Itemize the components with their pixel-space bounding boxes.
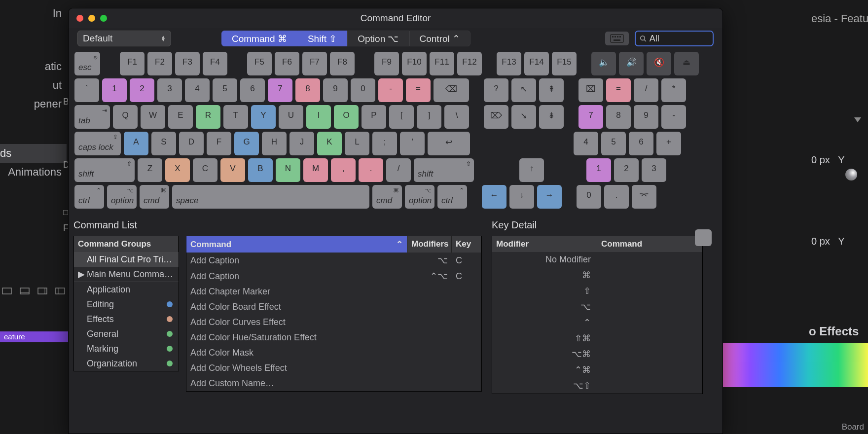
key-period[interactable]: . — [359, 158, 383, 182]
key-f10[interactable]: F10 — [402, 52, 427, 75]
command-row[interactable]: Add Caption⌥C — [186, 253, 481, 268]
key-2[interactable]: 2 — [130, 78, 154, 102]
key-down[interactable]: ↓ — [509, 185, 534, 209]
key-np7[interactable]: 7 — [579, 105, 603, 129]
key-n[interactable]: N — [276, 158, 300, 182]
key-rightbracket[interactable]: ] — [417, 105, 441, 129]
key-e[interactable]: E — [168, 105, 193, 129]
key-mute-icon[interactable]: 🔇 — [647, 52, 671, 75]
command-row[interactable]: Add Caption⌃⌥C — [186, 268, 481, 284]
key-np6[interactable]: 6 — [629, 132, 653, 155]
key-9[interactable]: 9 — [323, 78, 348, 102]
key-m[interactable]: M — [303, 158, 328, 182]
key-8[interactable]: 8 — [295, 78, 320, 102]
bg-dropdown-icon[interactable] — [854, 117, 861, 122]
key-np-dot[interactable]: . — [604, 185, 629, 209]
key-up[interactable]: ↑ — [519, 158, 544, 182]
key-f[interactable]: F — [207, 132, 231, 155]
key-g[interactable]: G — [234, 132, 259, 155]
key-equals[interactable]: = — [406, 78, 431, 102]
key-w[interactable]: W — [141, 105, 165, 129]
key-f7[interactable]: F7 — [302, 52, 327, 75]
key-np8[interactable]: 8 — [606, 105, 631, 129]
preset-select[interactable]: Default ▲▼ — [77, 31, 171, 46]
key-t[interactable]: T — [223, 105, 248, 129]
key-7[interactable]: 7 — [268, 78, 292, 102]
key-o[interactable]: O — [334, 105, 359, 129]
key-f15[interactable]: F15 — [552, 52, 577, 75]
key-f4[interactable]: F4 — [203, 52, 227, 75]
key-rightcmd[interactable]: ⌘cmd — [372, 185, 402, 209]
key-np-equals[interactable]: = — [606, 78, 631, 102]
category-row[interactable]: Application — [74, 282, 179, 297]
header-key[interactable]: Key — [452, 236, 481, 253]
command-row[interactable]: Add Custom Name… — [186, 376, 481, 391]
key-f6[interactable]: F6 — [275, 52, 299, 75]
key-pagedown-icon[interactable]: ⇟ — [539, 105, 564, 129]
key-x[interactable]: X — [165, 158, 190, 182]
key-eject-icon[interactable]: ⏏ — [674, 52, 699, 75]
key-grave[interactable]: ` — [74, 78, 99, 102]
key-numclear-icon[interactable]: ⌧ — [579, 78, 603, 102]
key-detail-row[interactable]: ⌥⇧ — [492, 378, 702, 394]
header-modifiers[interactable]: Modifiers — [407, 236, 452, 253]
key-z[interactable]: Z — [138, 158, 162, 182]
key-np0[interactable]: 0 — [577, 185, 601, 209]
category-row[interactable]: General — [74, 326, 179, 341]
category-row[interactable]: Editing — [74, 297, 179, 312]
header-command-groups[interactable]: Command Groups — [74, 236, 179, 252]
command-row[interactable]: Add Color Hue/Saturation Effect — [186, 330, 481, 345]
key-voldown-icon[interactable]: 🔈 — [591, 52, 616, 75]
key-v[interactable]: V — [220, 158, 245, 182]
modifier-command[interactable]: Command ⌘ — [221, 31, 297, 46]
key-1[interactable]: 1 — [102, 78, 127, 102]
key-f3[interactable]: F3 — [175, 52, 200, 75]
key-y[interactable]: Y — [251, 105, 276, 129]
key-f14[interactable]: F14 — [524, 52, 549, 75]
key-detail-row[interactable]: No Modifier — [492, 252, 702, 267]
key-np-enter-icon[interactable]: ⌤ — [632, 185, 656, 209]
key-b[interactable]: B — [248, 158, 273, 182]
key-minus[interactable]: - — [378, 78, 403, 102]
key-esc[interactable]: ⎋esc — [74, 52, 100, 75]
modifier-control[interactable]: Control ⌃ — [409, 31, 471, 46]
command-row[interactable]: Add Color Mask — [186, 345, 481, 361]
key-rightctrl[interactable]: ⌃ctrl — [437, 185, 467, 209]
key-right[interactable]: → — [537, 185, 562, 209]
key-detail-row[interactable]: ⌘ — [492, 267, 702, 283]
key-leftbracket[interactable]: [ — [389, 105, 414, 129]
key-detail-toggle[interactable] — [695, 229, 712, 246]
key-leftcmd[interactable]: ⌘cmd — [140, 185, 169, 209]
key-q[interactable]: Q — [113, 105, 138, 129]
key-6[interactable]: 6 — [240, 78, 265, 102]
key-volup-icon[interactable]: 🔊 — [619, 52, 644, 75]
key-f12[interactable]: F12 — [457, 52, 482, 75]
search-input[interactable] — [650, 34, 709, 44]
key-l[interactable]: L — [345, 132, 369, 155]
key-detail-row[interactable]: ⇧⌘ — [492, 330, 702, 346]
key-end-icon[interactable]: ↘ — [511, 105, 536, 129]
key-p[interactable]: P — [362, 105, 386, 129]
key-f2[interactable]: F2 — [147, 52, 172, 75]
key-j[interactable]: J — [289, 132, 314, 155]
key-f8[interactable]: F8 — [330, 52, 355, 75]
key-np-minus[interactable]: - — [661, 105, 686, 129]
header-command[interactable]: Command⌃ — [186, 236, 407, 253]
key-r[interactable]: R — [196, 105, 220, 129]
key-a[interactable]: A — [124, 132, 148, 155]
category-row[interactable]: Marking — [74, 341, 179, 356]
command-row[interactable]: Add Chapter Marker — [186, 284, 481, 299]
key-f9[interactable]: F9 — [374, 52, 399, 75]
key-return[interactable]: ↩ — [428, 132, 470, 155]
key-np3[interactable]: 3 — [642, 158, 666, 182]
key-0[interactable]: 0 — [351, 78, 375, 102]
key-d[interactable]: D — [179, 132, 204, 155]
key-rightoption[interactable]: ⌥option — [405, 185, 434, 209]
search-field[interactable] — [635, 31, 714, 46]
key-fwddelete-icon[interactable]: ⌦ — [484, 105, 508, 129]
key-space[interactable]: space — [172, 185, 369, 209]
key-np2[interactable]: 2 — [614, 158, 639, 182]
header-modifier[interactable]: Modifier — [492, 236, 597, 252]
key-rightshift[interactable]: ⇧shift — [414, 158, 474, 182]
key-tab[interactable]: ⇥tab — [74, 105, 110, 129]
